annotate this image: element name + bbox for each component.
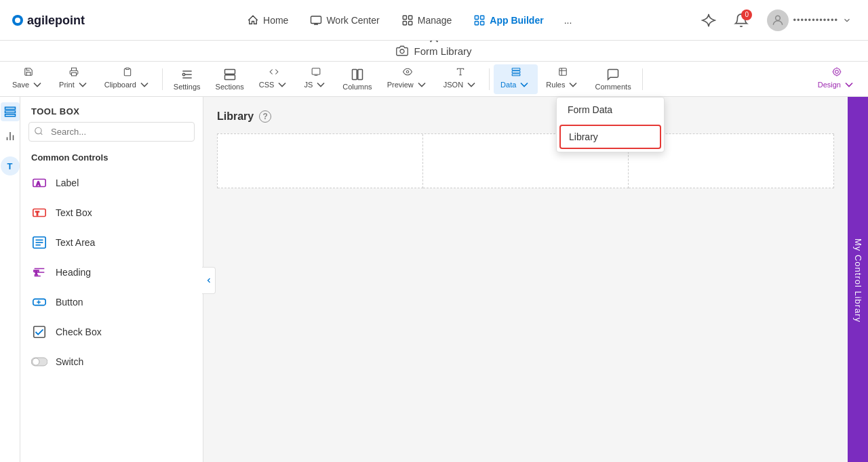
textbox-icon: T (31, 205, 47, 221)
rules-icon (556, 67, 570, 77)
data-dropdown: Form Data Library (556, 97, 665, 152)
toolbox-item-button[interactable]: Button (20, 287, 203, 317)
sections-button[interactable]: Sections (209, 64, 251, 94)
canvas-area: Library ? (203, 97, 848, 462)
svg-rect-4 (403, 16, 406, 19)
toolbox-item-heading[interactable]: T Heading (20, 257, 203, 287)
clipboard-button[interactable]: Clipboard (98, 64, 158, 94)
dropdown-form-data[interactable]: Form Data (557, 98, 664, 122)
svg-rect-56 (34, 327, 45, 338)
search-input[interactable] (28, 122, 195, 142)
json-arrow-icon (465, 78, 478, 91)
list-icon (4, 106, 16, 118)
svg-rect-6 (403, 21, 406, 24)
preview-icon (401, 67, 414, 77)
nav-workcenter[interactable]: Work Center (300, 9, 389, 32)
js-button[interactable]: JS (297, 64, 334, 94)
nav-more[interactable]: ... (556, 9, 580, 31)
preview-arrow-icon (415, 78, 429, 91)
preview-button[interactable]: Preview (380, 64, 435, 94)
toolbox-item-textarea[interactable]: Text Area (20, 228, 203, 257)
switch-icon (31, 354, 47, 370)
comments-label: Comments (595, 83, 631, 91)
json-button[interactable]: JSON (437, 64, 485, 94)
collapse-handle[interactable] (202, 267, 216, 294)
settings-icon (180, 68, 194, 81)
main-layout: T TOOL BOX Common Controls A (0, 97, 868, 462)
user-avatar-tab[interactable]: T (1, 156, 20, 175)
right-sidebar-label: My Control Library (853, 238, 863, 322)
clipboard-arrow-icon (138, 78, 151, 91)
save-icon (22, 67, 35, 77)
sidebar-list-view-btn[interactable] (1, 102, 20, 121)
svg-rect-15 (126, 68, 130, 69)
sidebar-chart-btn[interactable] (1, 127, 20, 146)
css-label: CSS (259, 81, 275, 89)
rules-label: Rules (546, 81, 565, 89)
js-label: JS (304, 81, 313, 89)
toolbox-item-label[interactable]: A Label (20, 168, 203, 198)
data-icon (509, 67, 523, 77)
logo[interactable]: agilepoint (11, 9, 99, 31)
data-button[interactable]: Data (494, 64, 538, 94)
rules-button[interactable]: Rules (539, 64, 587, 94)
toolbox-checkbox-text: Check Box (56, 327, 102, 337)
rules-arrow-icon (566, 78, 580, 91)
library-header: Library ? (217, 110, 834, 123)
sub-header: Form Library (0, 41, 868, 62)
nav-home-label: Home (263, 15, 288, 26)
button-icon (31, 294, 47, 310)
svg-rect-11 (481, 21, 484, 24)
clipboard-icon (121, 67, 134, 77)
canvas-cell-1 (218, 134, 423, 188)
dropdown-library[interactable]: Library (559, 125, 661, 149)
top-nav: agilepoint Home Work Center (0, 0, 868, 41)
svg-point-44 (35, 127, 41, 133)
print-icon (67, 67, 81, 77)
toolbox-items: A Label T Text Box (20, 168, 203, 462)
avatar-name: •••••••••••• (793, 15, 838, 25)
svg-point-1 (15, 18, 20, 23)
avatar-btn[interactable]: •••••••••••• (762, 7, 857, 34)
svg-rect-5 (408, 16, 412, 19)
heading-icon: T (31, 264, 47, 280)
library-help-btn[interactable]: ? (259, 110, 271, 123)
notification-btn[interactable]: 0 (729, 8, 753, 33)
nav-appbuilder[interactable]: App Builder (464, 9, 553, 32)
svg-rect-8 (475, 16, 479, 19)
columns-label: Columns (342, 83, 372, 91)
print-arrow-icon (76, 78, 90, 91)
save-button[interactable]: Save (5, 64, 51, 94)
sections-label: Sections (216, 83, 244, 91)
search-icon (34, 126, 43, 138)
svg-rect-3 (311, 16, 321, 24)
right-sidebar[interactable]: My Control Library (848, 97, 868, 462)
svg-rect-10 (475, 21, 479, 24)
js-icon (309, 67, 323, 77)
columns-icon (351, 68, 364, 81)
columns-button[interactable]: Columns (336, 64, 378, 94)
css-button[interactable]: CSS (252, 64, 296, 94)
settings-button[interactable]: Settings (167, 64, 208, 94)
svg-rect-29 (512, 68, 520, 70)
svg-text:T: T (36, 211, 39, 217)
save-arrow-icon (31, 78, 44, 91)
preview-label: Preview (387, 81, 414, 89)
design-arrow-icon (842, 78, 856, 91)
design-button[interactable]: Design (811, 64, 863, 94)
comments-button[interactable]: Comments (588, 64, 637, 94)
nav-appbuilder-label: App Builder (490, 15, 543, 26)
toolbar: Save Print Clipboard Sett (0, 62, 868, 97)
print-button[interactable]: Print (52, 64, 96, 94)
nav-manage[interactable]: Manage (392, 9, 462, 32)
json-icon (454, 67, 467, 77)
sparkle-icon-btn[interactable] (696, 8, 721, 33)
toolbox-item-textbox[interactable]: T Text Box (20, 198, 203, 228)
toolbox-item-switch[interactable]: Switch (20, 347, 203, 377)
svg-line-45 (41, 133, 43, 135)
svg-rect-31 (512, 73, 520, 75)
json-label: JSON (443, 81, 463, 89)
svg-text:agilepoint: agilepoint (27, 14, 85, 27)
toolbox-item-checkbox[interactable]: Check Box (20, 317, 203, 347)
nav-home[interactable]: Home (237, 9, 298, 32)
